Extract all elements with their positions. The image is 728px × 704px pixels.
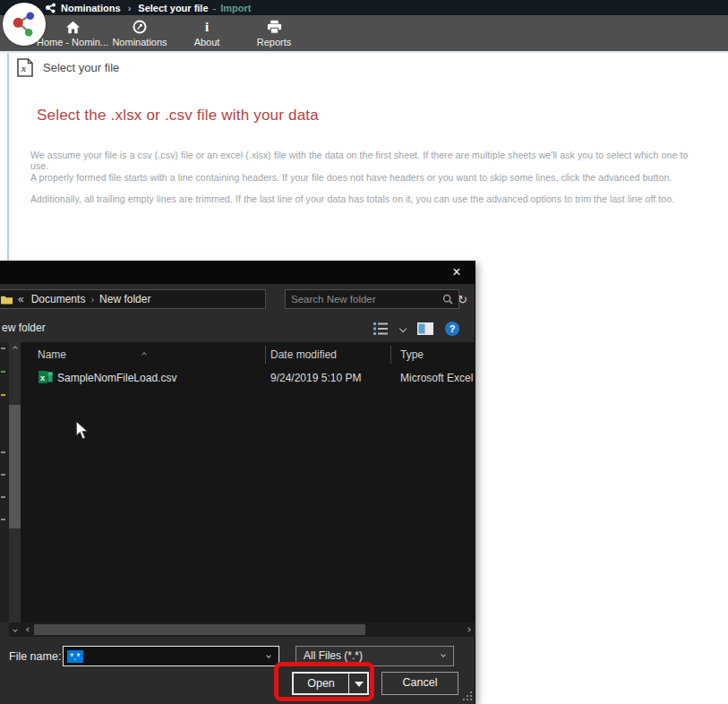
column-divider[interactable] [390, 346, 391, 364]
dialog-address-row: « Documents › New folder ↻ Search New fo… [0, 284, 475, 314]
breadcrumb-current: Select your file [138, 3, 208, 13]
horizontal-scroll-thumb[interactable] [34, 624, 365, 635]
page-title: Select your file [43, 61, 119, 74]
filename-input[interactable]: *.* [63, 646, 279, 666]
nav-item-label: About [194, 37, 220, 47]
file-list-region: Name Date modified Type x SampleNomFile [0, 342, 475, 622]
excel-file-outline-icon: x [17, 58, 33, 77]
filename-label: File name: [9, 650, 61, 663]
search-placeholder: Search New folder [291, 294, 442, 305]
view-list-icon[interactable] [373, 322, 389, 335]
instruction-paragraph: We assume your file is a csv (.csv) file… [30, 150, 700, 171]
dialog-footer: File name: *.* All Files (*.*) Open Canc… [0, 637, 475, 704]
folder-icon [1, 295, 13, 305]
open-button-label: Open [294, 674, 348, 693]
vertical-scroll-thumb[interactable] [9, 405, 21, 528]
main-navbar: Home - Nomin... Nominations i About [0, 15, 728, 51]
filetype-dropdown-icon [441, 652, 446, 657]
nominations-icon [133, 18, 147, 36]
scroll-down-icon[interactable] [9, 622, 21, 637]
file-list: Name Date modified Type x SampleNomFile [21, 342, 475, 622]
file-open-dialog: × « Documents › New folder ↻ Search New … [0, 261, 475, 704]
file-name: SampleNomFileLoad.csv [57, 372, 176, 384]
sort-ascending-icon [142, 344, 146, 360]
split-button-divider [348, 674, 349, 693]
help-icon[interactable]: ? [445, 322, 459, 336]
dialog-titlebar[interactable]: × [0, 261, 475, 284]
nav-item-reports[interactable]: Reports [225, 18, 323, 47]
address-crumb-new-folder[interactable]: New folder [94, 293, 156, 305]
search-input[interactable]: Search New folder [285, 289, 459, 309]
file-type: Microsoft Excel [400, 372, 475, 384]
excel-file-icon: x [39, 370, 53, 384]
resize-grip[interactable] [463, 691, 472, 700]
vertical-scrollbar[interactable] [9, 342, 21, 622]
top-breadcrumb-bar: Nominations › Select your file - Import [0, 0, 728, 15]
breadcrumb-root[interactable]: Nominations [61, 3, 121, 13]
open-button[interactable]: Open [292, 672, 369, 695]
svg-text:x: x [40, 373, 45, 382]
breadcrumb-dash: - [213, 3, 217, 13]
home-icon [65, 18, 81, 36]
view-dropdown-icon[interactable] [399, 324, 407, 331]
filetype-select[interactable]: All Files (*.*) [295, 646, 454, 666]
filename-selected-text: *.* [67, 650, 83, 663]
open-split-arrow-icon[interactable] [355, 682, 364, 687]
search-icon [442, 294, 453, 305]
page-heading: Select the .xlsx or .csv file with your … [37, 107, 319, 124]
filename-dropdown-icon[interactable] [266, 653, 271, 658]
dialog-toolbar: ew folder ? [0, 314, 475, 342]
share-icon [45, 3, 56, 13]
scroll-left-icon[interactable] [22, 622, 35, 637]
close-icon[interactable]: × [443, 262, 470, 282]
address-crumb-documents[interactable]: Documents [26, 293, 91, 305]
preview-pane-icon[interactable] [417, 322, 433, 335]
file-row[interactable]: x SampleNomFileLoad.csv 9/24/2019 5:10 P… [21, 367, 475, 389]
new-folder-button[interactable]: ew folder [2, 314, 46, 342]
svg-text:x: x [21, 64, 26, 73]
info-icon: i [205, 18, 209, 36]
breadcrumb-separator: › [125, 3, 134, 13]
cancel-button[interactable]: Cancel [381, 672, 458, 695]
instruction-paragraph: A properly formed file starts with a lin… [30, 172, 700, 183]
nav-item-label: Reports [257, 37, 292, 47]
instruction-paragraph: Additionally, all trailing empty lines a… [30, 193, 700, 204]
horizontal-scrollbar[interactable] [21, 622, 475, 637]
filetype-selected-value: All Files (*.*) [304, 649, 363, 662]
column-header-type[interactable]: Type [400, 348, 424, 361]
app-logo[interactable] [3, 3, 46, 46]
column-divider[interactable] [265, 346, 266, 364]
breadcrumb-suffix: Import [220, 3, 251, 13]
scroll-right-icon[interactable] [462, 622, 475, 637]
column-header-name[interactable]: Name [38, 348, 66, 361]
column-header-date-modified[interactable]: Date modified [270, 348, 337, 361]
file-date-modified: 9/24/2019 5:10 PM [270, 372, 361, 384]
share-logo-icon [9, 9, 39, 39]
breadcrumb-back-chevrons[interactable]: « [16, 293, 26, 305]
navpane-sliver [0, 342, 9, 622]
scroll-up-icon[interactable] [9, 342, 21, 355]
printer-icon [267, 18, 282, 36]
screen: Nominations › Select your file - Import … [0, 0, 728, 704]
